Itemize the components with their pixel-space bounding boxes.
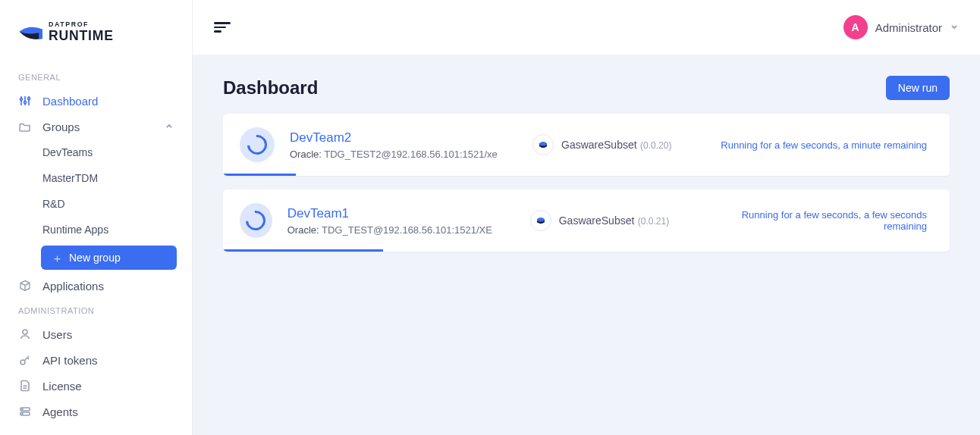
chevron-up-icon	[165, 120, 174, 133]
brand-logo: DATPROF RUNTIME	[0, 11, 192, 65]
sidebar-item-api-tokens[interactable]: API tokens	[0, 347, 192, 373]
subset-name: GaswareSubset	[559, 214, 635, 227]
sidebar-item-label: Applications	[42, 280, 104, 293]
topbar: A Administrator	[193, 0, 980, 55]
document-icon	[18, 379, 32, 393]
page-title: Dashboard	[223, 77, 318, 99]
run-name: DevTeam1	[287, 206, 530, 221]
svg-line-11	[27, 358, 29, 359]
svg-point-17	[22, 413, 23, 414]
run-subset: GaswareSubset (0.0.21)	[530, 210, 712, 231]
subset-version: (0.0.20)	[640, 140, 671, 151]
folder-icon	[18, 120, 32, 133]
sidebar-item-applications[interactable]: Applications	[0, 273, 192, 299]
sidebar: DATPROF RUNTIME GENERAL Dashboard Groups…	[0, 0, 193, 435]
sidebar-item-label: Groups	[42, 120, 80, 133]
sidebar-group-rnd[interactable]: R&D	[0, 191, 192, 217]
sidebar-item-label: API tokens	[42, 354, 98, 367]
avatar: A	[843, 15, 868, 39]
run-card[interactable]: DevTeam1 Oracle: TDG_TEST@192.168.56.101…	[223, 189, 950, 252]
spinner-icon	[240, 127, 275, 162]
sidebar-group-mastertdm[interactable]: MasterTDM	[0, 165, 192, 191]
progress-bar-fill	[223, 249, 383, 252]
server-icon	[18, 405, 32, 418]
subset-logo-icon	[530, 210, 551, 231]
run-subset: GaswareSubset (0.0.20)	[532, 134, 715, 155]
progress-bar-track	[223, 174, 950, 176]
section-general-label: GENERAL	[0, 65, 192, 88]
sidebar-item-groups[interactable]: Groups	[0, 114, 192, 139]
new-run-button[interactable]: New run	[886, 76, 950, 100]
subset-logo-icon	[532, 134, 554, 155]
spinner-icon	[240, 203, 272, 238]
key-icon	[18, 353, 32, 367]
new-group-label: New group	[69, 252, 121, 264]
content: Dashboard New run DevTeam2 Oracle: TDG_T…	[193, 55, 980, 286]
sidebar-item-label: Dashboard	[42, 95, 98, 108]
run-card[interactable]: DevTeam2 Oracle: TDG_TEST2@192.168.56.10…	[223, 114, 950, 176]
sidebar-item-label: Users	[42, 328, 72, 341]
svg-point-5	[28, 98, 30, 100]
subset-name: GaswareSubset	[561, 139, 637, 151]
run-name: DevTeam2	[290, 130, 532, 146]
run-status: Running for a few seconds, a minute rema…	[721, 139, 933, 151]
new-group-button[interactable]: ＋ New group	[41, 246, 177, 270]
run-connection: Oracle: TDG_TEST@192.168.56.101:1521/XE	[287, 224, 530, 236]
main-area: A Administrator Dashboard New run DevTea…	[193, 0, 980, 435]
section-admin-label: ADMINISTRATION	[0, 299, 192, 321]
page-header: Dashboard New run	[223, 76, 950, 100]
brand-bottom: RUNTIME	[49, 28, 114, 43]
svg-point-1	[20, 99, 23, 101]
svg-point-3	[24, 102, 27, 104]
user-menu[interactable]: A Administrator	[843, 15, 959, 39]
progress-bar-track	[223, 249, 950, 252]
sidebar-group-runtime-apps[interactable]: Runtime Apps	[0, 217, 192, 243]
plus-icon: ＋	[52, 252, 63, 264]
sidebar-item-dashboard[interactable]: Dashboard	[0, 88, 192, 114]
sidebar-group-devteams[interactable]: DevTeams	[0, 139, 192, 165]
brand-top: DATPROF	[49, 20, 89, 28]
sidebar-item-license[interactable]: License	[0, 373, 192, 399]
svg-point-16	[22, 408, 23, 409]
svg-point-8	[23, 330, 27, 334]
sidebar-item-agents[interactable]: Agents	[0, 399, 192, 424]
cube-icon	[18, 279, 32, 293]
user-icon	[18, 327, 32, 341]
run-connection: Oracle: TDG_TEST2@192.168.56.101:1521/xe	[290, 149, 532, 160]
sliders-icon	[18, 94, 32, 108]
sidebar-item-label: License	[42, 380, 82, 393]
user-name: Administrator	[875, 21, 942, 34]
sidebar-item-label: Agents	[42, 405, 78, 418]
progress-bar-fill	[223, 174, 296, 176]
run-status: Running for a few seconds, a few seconds…	[712, 209, 933, 232]
sidebar-item-users[interactable]: Users	[0, 321, 192, 347]
menu-toggle-icon[interactable]	[214, 22, 231, 33]
subset-version: (0.0.21)	[638, 216, 669, 227]
chevron-down-icon	[950, 20, 959, 34]
